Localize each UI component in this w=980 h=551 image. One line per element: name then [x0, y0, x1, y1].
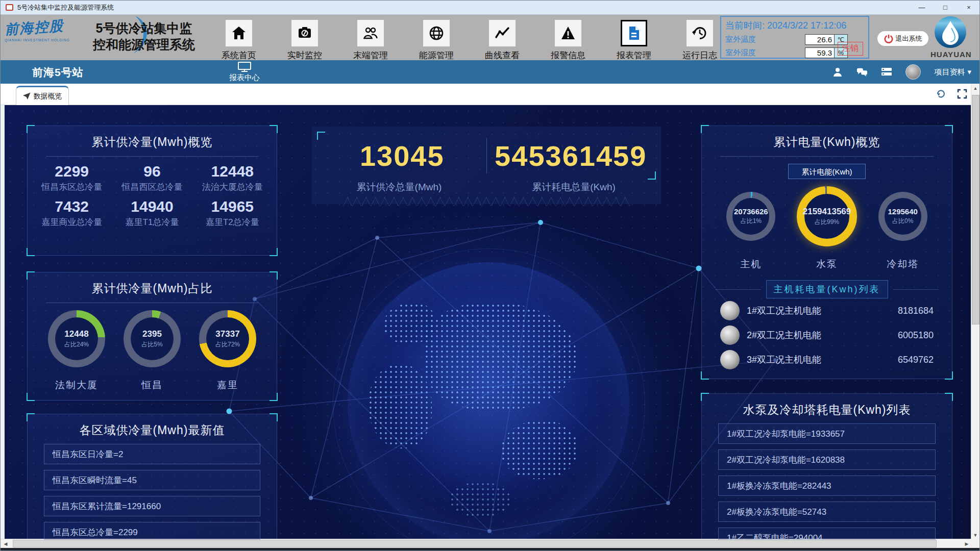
panel-title: 累计供冷量(Mwh)占比	[28, 272, 277, 296]
close-button[interactable]: ×	[957, 1, 980, 14]
left-gutter	[1, 105, 5, 540]
total-energy-button[interactable]: 累计电能(Kwh)	[788, 164, 866, 179]
chevron-down-icon: ▾	[967, 67, 971, 77]
camera-icon	[297, 25, 313, 41]
outdoor-temperature-label: 室外温度	[725, 35, 765, 44]
environment-status-panel: 当前时间: 2024/3/22 17:12:06 室外温度 26.6 ℃ 室外湿…	[720, 16, 869, 59]
app-header: 前海控股 QIANHAI INVESTMENT HOLDING 5号供冷站集中监…	[1, 15, 980, 60]
brand-logo: HUAYUAN	[930, 16, 970, 59]
nav-item-home[interactable]: 系统首页	[226, 20, 252, 61]
nav-item-monitoring[interactable]: 实时监控	[291, 20, 318, 61]
app-icon	[6, 4, 13, 11]
application-window: 5号冷站集中监控及能源管理系统 — □ × 前海控股 QIANHAI INVES…	[0, 0, 980, 551]
outdoor-temperature-value: 26.6	[805, 34, 835, 45]
tab-data-overview[interactable]: 数据概览	[16, 86, 69, 105]
region-row: 恒昌东区日冷量=2	[44, 444, 260, 464]
host-list-header: 主机耗电量(Kwh)列表	[715, 280, 939, 298]
nav-item-alarms[interactable]: 报警信息	[555, 20, 581, 61]
water-drop-icon	[935, 16, 966, 48]
maximize-button[interactable]: □	[934, 1, 957, 14]
donut-jiali: 37337占比72%	[199, 310, 256, 367]
main-navigation: 系统首页 实时监控 末端管理 能源管理 曲线查看 报警信息	[226, 20, 713, 61]
paper-plane-icon	[23, 92, 31, 100]
report-center-tab[interactable]: 报表中心	[221, 62, 268, 83]
exit-system-button[interactable]: 退出系统	[877, 31, 928, 46]
horizontal-scroll-thumb[interactable]	[13, 540, 937, 547]
system-title: 5号供冷站集中监 控和能源管理系统	[77, 20, 211, 53]
horizontal-scrollbar[interactable]: ◀ ▶	[1, 539, 972, 548]
cooling-overview-panel: 累计供冷量(Mwh)概览 2299恒昌东区总冷量 96恒昌西区总冷量 12448…	[27, 126, 277, 256]
user-avatar[interactable]	[905, 64, 921, 80]
brand-name: HUAYUAN	[930, 50, 970, 59]
pump-tower-list-panel: 水泵及冷却塔耗电量(Kwh)列表 1#双工况冷却泵电能=1933657 2#双工…	[701, 393, 952, 540]
pump-row: 1#双工况冷却泵电能=1933657	[718, 423, 936, 444]
region-row: 恒昌东区瞬时流量=45	[44, 470, 260, 490]
report-icon	[626, 25, 642, 41]
history-icon	[692, 25, 708, 41]
trend-icon	[494, 25, 510, 41]
fullscreen-icon[interactable]	[957, 89, 967, 99]
nav-item-logs[interactable]: 运行日志	[687, 20, 713, 61]
host-row: 3#双工况主机电能 6549762	[702, 347, 952, 372]
logo-text-en: QIANHAI INVESTMENT HOLDING	[5, 38, 81, 42]
alert-icon	[560, 25, 576, 41]
bottom-strip	[1, 548, 980, 550]
pump-row: 2#板换冷冻泵电能=52743	[718, 502, 936, 522]
minimize-button[interactable]: —	[910, 1, 934, 14]
globe-graphic	[348, 262, 629, 540]
vertical-scroll-thumb[interactable]	[972, 95, 979, 324]
server-list-icon[interactable]	[881, 66, 892, 78]
content-tabbar: 数据概览	[1, 84, 980, 105]
region-row: 恒昌东区累计流量=1291660	[44, 496, 260, 516]
scroll-right-arrow[interactable]: ▶	[962, 539, 972, 548]
totals-numbers: 13045 545361459	[318, 133, 655, 179]
nav-item-terminal[interactable]: 末端管理	[357, 20, 384, 61]
chiller-icon	[720, 301, 740, 320]
donut-fazhi: 12448占比24%	[48, 310, 105, 367]
chiller-icon	[720, 325, 740, 345]
pump-row: 1#板换冷冻泵电能=282443	[718, 475, 936, 496]
cooling-stats-grid: 2299恒昌东区总冷量 96恒昌西区总冷量 12448法治大厦总冷量 7432嘉…	[28, 157, 277, 228]
pump-row: 2#双工况冷却泵电能=1620838	[718, 449, 936, 470]
donut-host: 20736626占比1%	[726, 192, 775, 241]
company-logo: 前海控股 QIANHAI INVESTMENT HOLDING	[5, 18, 81, 42]
globe-icon	[428, 25, 445, 41]
outdoor-humidity-label: 室外湿度	[725, 48, 765, 58]
region-row: 恒昌东区总冷量=2299	[44, 522, 260, 540]
home-icon	[231, 25, 247, 41]
nav-item-reports[interactable]: 报表管理	[621, 20, 647, 61]
users-icon	[362, 25, 379, 41]
scroll-up-arrow[interactable]: ▲	[971, 84, 979, 93]
station-name: 前海5号站	[32, 65, 84, 80]
logo-text-cn: 前海控股	[4, 15, 82, 39]
panel-title: 累计供冷量(Mwh)概览	[28, 126, 277, 150]
station-navbar: 前海5号站 报表中心 项目资料 ▾	[1, 60, 980, 84]
current-time: 当前时间: 2024/3/22 17:12:06	[725, 19, 864, 32]
panel-title: 水泵及冷却塔耗电量(Kwh)列表	[702, 394, 952, 418]
host-row: 2#双工况主机电能 6005180	[702, 323, 952, 347]
power-icon	[884, 34, 893, 43]
dashboard: 13045 545361459 累计供冷总量(Mwh) 累计耗电总量(Kwh) …	[5, 105, 972, 540]
donut-hengchang: 2395占比5%	[124, 310, 181, 367]
panel-title: 各区域供冷量(Mwh)最新值	[28, 414, 277, 438]
nav-item-curves[interactable]: 曲线查看	[489, 20, 516, 61]
cooling-share-panel: 累计供冷量(Mwh)占比 12448占比24% 2395占比5% 37337占比…	[27, 272, 277, 400]
scrollbar-corner	[971, 539, 979, 548]
pump-row: 1#乙二醇泵电能=294004	[718, 528, 936, 540]
total-cooling-label: 累计供冷总量(Mwh)	[312, 181, 486, 194]
outdoor-humidity-value: 59.3	[805, 47, 835, 58]
window-titlebar: 5号冷站集中监控及能源管理系统 — □ ×	[1, 1, 980, 15]
vertical-scrollbar[interactable]: ▲ ▼	[971, 84, 979, 540]
project-data-menu[interactable]: 项目资料 ▾	[934, 67, 971, 77]
messages-icon[interactable]	[856, 66, 868, 78]
donut-pump: 2159413569占比99%	[797, 186, 857, 246]
user-icon[interactable]	[832, 66, 843, 78]
nav-item-energy[interactable]: 能源管理	[423, 20, 450, 61]
region-latest-panel: 各区域供冷量(Mwh)最新值 恒昌东区日冷量=2 恒昌东区瞬时流量=45 恒昌东…	[27, 414, 277, 540]
logout-button[interactable]: 注销	[838, 42, 863, 56]
scroll-left-arrow[interactable]: ◀	[1, 539, 11, 548]
donut-tower: 1295640占比0%	[878, 192, 927, 241]
panel-title: 累计电量(Kwh)概览	[702, 126, 952, 150]
total-power-label: 累计耗电总量(Kwh)	[486, 181, 661, 194]
refresh-icon[interactable]	[936, 89, 946, 99]
